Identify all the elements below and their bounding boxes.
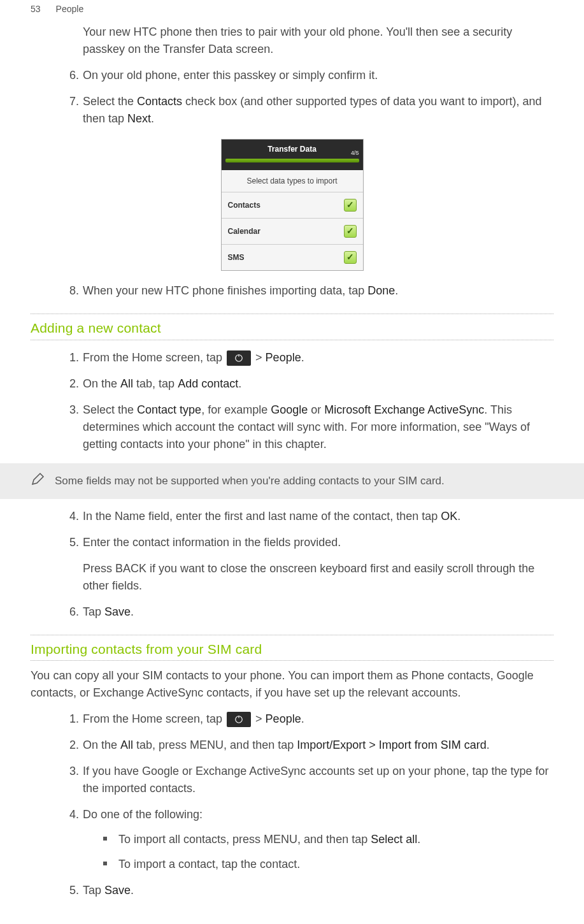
section-heading: Adding a new contact (31, 314, 553, 340)
step-number: 1. (64, 711, 79, 728)
step-text: Select the Contacts check box (and other… (83, 93, 553, 127)
step-number: 5. (64, 534, 79, 595)
data-type-row: Calendar (222, 219, 363, 245)
screenshot-step-indicator: 4/5 (351, 149, 359, 158)
bullet-icon (103, 837, 107, 841)
step-number: 6. (64, 603, 79, 621)
step-number: 8. (64, 282, 79, 300)
step-text: Do one of the following: To import all c… (83, 806, 553, 873)
step-text: Tap Save. (83, 882, 553, 899)
step-number: 1. (64, 349, 79, 366)
screenshot-title: Transfer Data (267, 145, 317, 154)
checkbox-checked-icon (344, 251, 357, 264)
step-text: In the Name field, enter the first and l… (83, 508, 553, 525)
checkbox-checked-icon (344, 225, 357, 238)
step-number: 4. (64, 508, 79, 525)
step-number: 7. (64, 93, 79, 127)
data-type-row: Contacts (222, 192, 363, 219)
progress-bar (225, 159, 359, 162)
apps-icon (227, 350, 251, 366)
pencil-icon (31, 471, 46, 491)
step-text: Enter the contact information in the fie… (83, 534, 553, 595)
data-type-row: SMS (222, 245, 363, 270)
list-item: To import all contacts, press MENU, and … (83, 831, 553, 848)
transfer-data-screenshot: Transfer Data 4/5 Select data types to i… (221, 139, 364, 271)
step-number: 5. (64, 882, 79, 899)
bullet-icon (103, 862, 107, 865)
step-text: From the Home screen, tap > People. (83, 711, 553, 728)
step-text: On your old phone, enter this passkey or… (83, 67, 553, 84)
step-text: If you have Google or Exchange ActiveSyn… (83, 763, 553, 797)
screenshot-subtitle: Select data types to import (222, 170, 363, 192)
note-text: Some fields may not be supported when yo… (55, 473, 445, 489)
step-number: 3. (64, 763, 79, 797)
step-number: 3. (64, 401, 79, 453)
list-item: To import a contact, tap the contact. (83, 856, 553, 873)
checkbox-checked-icon (344, 199, 357, 212)
step-text: On the All tab, tap Add contact. (83, 375, 553, 393)
continuation-paragraph: Your new HTC phone then tries to pair wi… (83, 24, 553, 58)
page-number: 53 (31, 3, 41, 16)
step-number: 2. (64, 375, 79, 393)
step-text: When your new HTC phone finishes importi… (83, 282, 553, 300)
section-name: People (56, 3, 84, 16)
apps-icon (227, 712, 251, 727)
step-number: 4. (64, 806, 79, 873)
step-text: From the Home screen, tap > People. (83, 349, 553, 366)
step-text: Select the Contact type, for example Goo… (83, 401, 553, 453)
step-number: 6. (64, 67, 79, 84)
section-intro: You can copy all your SIM contacts to yo… (31, 667, 553, 702)
step-text: Tap Save. (83, 603, 553, 621)
step-number: 2. (64, 737, 79, 754)
note-callout: Some fields may not be supported when yo… (0, 463, 584, 499)
page-header: 53 People (0, 0, 584, 21)
step-text: On the All tab, press MENU, and then tap… (83, 737, 553, 754)
section-heading: Importing contacts from your SIM card (31, 635, 553, 661)
